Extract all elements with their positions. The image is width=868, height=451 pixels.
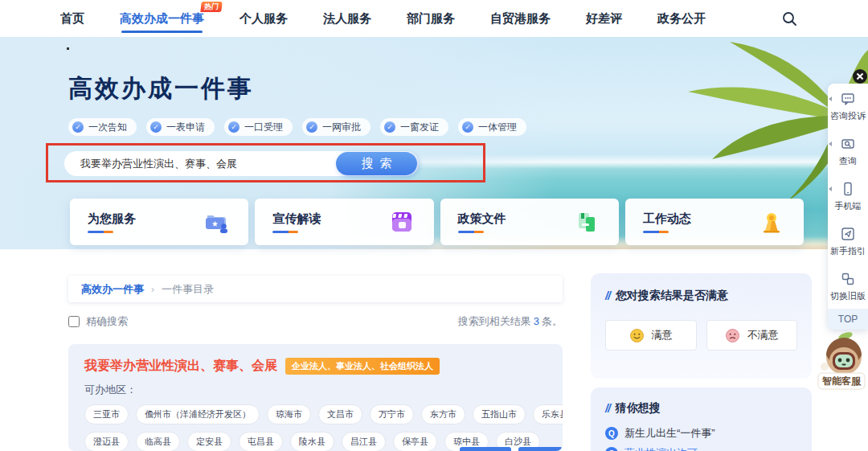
sad-face-icon [725, 328, 740, 343]
card-title: 宣传解读 [272, 211, 321, 227]
suggestion-item-performance[interactable]: Q 营业性演出许可 [605, 446, 797, 451]
breadcrumb-separator: › [151, 284, 154, 295]
nav-item-one-thing[interactable]: 高效办成一件事 热门 [120, 0, 204, 37]
unsatisfied-label: 不满意 [747, 328, 779, 342]
folder-user-icon [202, 207, 231, 236]
search-card-icon [840, 136, 856, 152]
search-q-icon: Q [605, 447, 618, 451]
satisfied-button[interactable]: 满意 [605, 320, 697, 351]
nav-item-free-trade-port[interactable]: 自贸港服务 [490, 0, 551, 37]
hero-tag-list: ✓ 一次告知 ✓ 一表申请 ✓ 一口受理 ✓ 一网审批 ✓ 一窗发证 [68, 118, 526, 136]
nav-item-gov-open[interactable]: 政务公开 [657, 0, 706, 37]
toolbar-item-consult[interactable]: 咨询投诉 [828, 84, 868, 129]
hot-badge: 热门 [200, 2, 222, 12]
region-chip[interactable]: 定安县 [187, 432, 231, 451]
suggestion-label: 营业性演出许可 [624, 446, 698, 451]
region-chip[interactable]: 澄迈县 [84, 432, 129, 451]
happy-face-icon [629, 328, 645, 343]
suggestions-heading: 猜你想搜 [605, 401, 797, 416]
partial-action-button-2[interactable] [518, 447, 563, 451]
nav-item-department[interactable]: 部门服务 [407, 0, 455, 37]
hero-search-button[interactable]: 搜索 [336, 152, 417, 175]
suggestions-panel: 猜你想搜 Q 新生儿出生“一件事” Q 营业性演出许可 [591, 387, 812, 451]
paper-plane-icon [840, 226, 856, 242]
hero-title: 高效办成一件事 [68, 72, 254, 105]
hero-tag: ✓ 一窗发证 [380, 118, 448, 136]
hero-tag: ✓ 一次告知 [68, 118, 137, 136]
chevron-left-icon [829, 96, 832, 101]
toolbar-item-query[interactable]: 查询 [828, 129, 868, 174]
broadcast-icon [757, 207, 786, 236]
toolbar-item-mobile[interactable]: 手机端 [828, 174, 868, 219]
check-icon: ✓ [384, 121, 395, 133]
satisfied-label: 满意 [652, 328, 673, 342]
card-underline [88, 231, 113, 233]
smart-service-mascot[interactable]: 智能客服 [813, 331, 868, 402]
nav-item-rating[interactable]: 好差评 [586, 0, 622, 37]
toolbar-close-icon[interactable] [853, 69, 867, 84]
card-underline [272, 231, 298, 233]
stray-dot [67, 47, 69, 50]
region-chip[interactable]: 东方市 [421, 404, 465, 424]
card-policy-files[interactable]: 政策文件 [440, 199, 619, 245]
suggestion-item-newborn[interactable]: Q 新生儿出生“一件事” [605, 426, 797, 441]
region-label: 可办地区： [84, 383, 547, 397]
top-nav: 首页 高效办成一件事 热门 个人服务 法人服务 部门服务 自贸港服务 好差评 政… [0, 0, 868, 37]
region-chip[interactable]: 文昌市 [318, 404, 362, 424]
precise-search-label: 精确搜索 [86, 314, 128, 329]
partial-action-button-1[interactable] [460, 447, 511, 451]
media-clapper-icon [387, 207, 416, 236]
nav-item-home[interactable]: 首页 [60, 0, 84, 37]
toolbar-label: 咨询投诉 [830, 110, 866, 122]
region-chip[interactable]: 儋州市（洋浦经济开发区） [136, 404, 260, 424]
region-chip[interactable]: 万宁市 [370, 404, 414, 424]
hero-tag: ✓ 一体管理 [458, 118, 526, 136]
region-chip[interactable]: 琼海市 [267, 404, 311, 424]
chevron-left-icon [829, 187, 832, 191]
card-for-you[interactable]: 为您服务 [70, 199, 248, 245]
suggestion-label: 新生儿出生“一件事” [624, 426, 715, 441]
hero-tag: ✓ 一口受理 [224, 118, 293, 136]
hero-tag-label: 一体管理 [478, 121, 517, 134]
result-count: 3 [534, 315, 539, 327]
nav-item-personal[interactable]: 个人服务 [240, 0, 288, 37]
feature-cards-row: 为您服务 宣传解读 政策文件 [70, 199, 804, 245]
region-chip[interactable]: 乐东县 [533, 404, 563, 424]
toolbar-item-old-version[interactable]: 切换旧版 [828, 264, 868, 309]
hero-tag: ✓ 一表申请 [146, 118, 215, 136]
result-title-link[interactable]: 我要举办营业性演出、赛事、会展 [84, 358, 277, 375]
region-chip[interactable]: 五指山市 [473, 404, 526, 424]
search-icon[interactable] [781, 10, 797, 27]
hero-tag-label: 一口受理 [244, 121, 283, 134]
result-summary-suffix: 条。 [542, 315, 563, 327]
region-chip[interactable]: 屯昌县 [239, 432, 283, 451]
hero-tag-label: 一表申请 [166, 121, 205, 134]
region-chip[interactable]: 临高县 [136, 432, 180, 451]
region-chip[interactable]: 保亭县 [393, 432, 437, 451]
region-chip[interactable]: 昌江县 [342, 432, 386, 451]
toolbar-item-guide[interactable]: 新手指引 [828, 219, 868, 264]
back-to-top-button[interactable]: TOP [828, 309, 868, 330]
card-title: 工作动态 [643, 211, 691, 227]
region-chip[interactable]: 陵水县 [290, 432, 334, 451]
precise-search-checkbox[interactable] [68, 316, 80, 327]
unsatisfied-button[interactable]: 不满意 [706, 320, 798, 351]
result-summary-prefix: 搜索到相关结果 [458, 315, 531, 327]
card-publicity[interactable]: 宣传解读 [255, 199, 433, 245]
card-title: 政策文件 [458, 211, 506, 227]
breadcrumb-current: 一件事目录 [162, 282, 214, 297]
region-chip[interactable]: 三亚市 [84, 404, 129, 424]
nav-item-one-thing-label: 高效办成一件事 [120, 11, 204, 27]
breadcrumb: 高效办一件事 › 一件事目录 [68, 276, 563, 302]
breadcrumb-root-link[interactable]: 高效办一件事 [81, 282, 144, 297]
card-underline [643, 231, 669, 233]
nav-item-legal-person[interactable]: 法人服务 [323, 0, 371, 37]
mascot-label: 智能客服 [821, 375, 862, 387]
check-icon: ✓ [150, 121, 162, 133]
result-card: 我要举办营业性演出、赛事、会展 企业法人、事业法人、社会组织法人 可办地区： 三… [68, 344, 563, 451]
hero-tag-label: 一次告知 [88, 121, 127, 134]
toolbar-label: 查询 [839, 155, 857, 167]
satisfaction-panel: 您对搜索结果是否满意 满意 不满意 [591, 273, 812, 379]
hero-tag-label: 一窗发证 [400, 121, 439, 134]
card-work-updates[interactable]: 工作动态 [625, 199, 804, 245]
